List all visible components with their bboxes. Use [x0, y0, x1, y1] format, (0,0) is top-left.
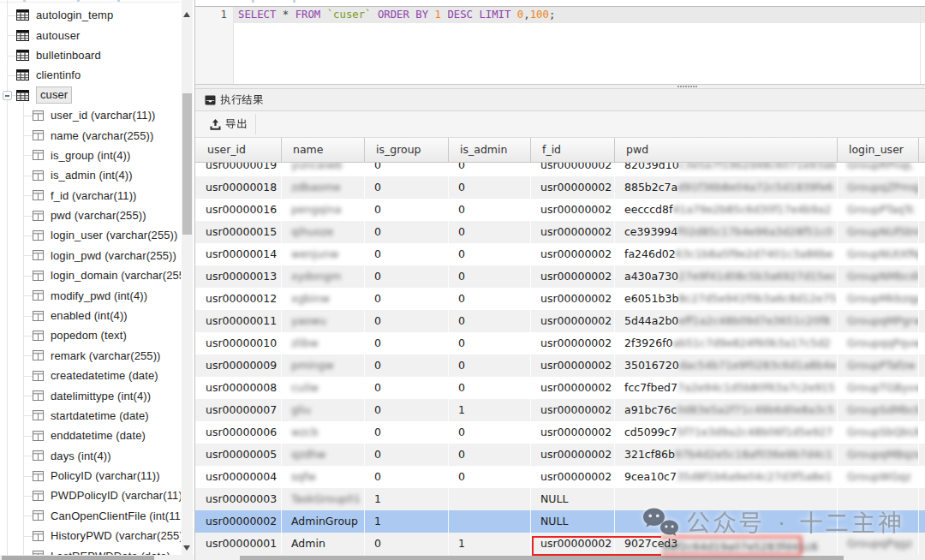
grid-cell[interactable]: eecccd8f41a79e2b85c6d30f17e4b9a2 — [615, 199, 838, 221]
table-row[interactable]: usr00000005qzdhw00usr00000002321cf86b97b… — [195, 444, 925, 466]
grid-cell[interactable]: 321cf86b97b4d2e5c18af036e9b7d4c1 — [615, 444, 838, 466]
table-row[interactable]: usr00000007gliu01usr00000002a91bc76c0d83… — [195, 399, 925, 421]
tree-item-table[interactable]: autologin_temp — [0, 5, 181, 25]
tree-item-column[interactable]: days (int(4)) — [0, 446, 181, 466]
grid-cell[interactable]: ce393994f02d85c17b4e96a3d28f51c0 — [615, 221, 838, 243]
grid-cell[interactable]: 0 — [449, 199, 531, 221]
grid-cell[interactable]: usr00000002 — [531, 199, 615, 221]
collapse-toggle[interactable] — [3, 91, 12, 100]
grid-cell[interactable]: 0 — [365, 176, 449, 199]
sidebar-vscrollbar[interactable] — [182, 0, 193, 555]
tree-item-column[interactable]: createdatetime (date) — [0, 366, 181, 385]
grid-cell[interactable]: usr00000001 — [196, 533, 282, 555]
grid-cell[interactable]: usr00000006 — [196, 421, 282, 444]
grid-cell[interactable]: wenjunw — [282, 243, 365, 265]
grid-header-cell[interactable]: name — [282, 138, 365, 162]
tree-item-column[interactable]: user_id (varchar(11)) — [0, 105, 181, 125]
export-button[interactable] — [210, 118, 247, 130]
grid-cell[interactable] — [838, 488, 919, 510]
grid-cell[interactable]: qzdhw — [282, 444, 365, 466]
grid-cell[interactable]: 2f3926f0ab51c7d9e824f60b3a17c5d2 — [615, 332, 838, 354]
grid-cell[interactable]: 82039d10c3e5a7f19b2d48c6071e93ab — [615, 163, 838, 176]
tree-item-column[interactable]: enddatetime (date) — [0, 426, 181, 445]
grid-cell[interactable]: usr00000007 — [196, 399, 282, 421]
grid-cell[interactable]: gliu — [282, 399, 365, 421]
grid-cell[interactable]: usr00000015 — [196, 221, 282, 243]
grid-cell[interactable]: wzcb — [282, 421, 365, 444]
grid-cell[interactable]: 885b2c7ad91f36b8e04a72c5d1839fe6 — [615, 176, 838, 199]
grid-cell[interactable]: usr00000010 — [196, 332, 282, 354]
grid-cell[interactable] — [615, 510, 838, 533]
grid-cell[interactable]: GroupqMPgrw — [838, 310, 919, 332]
grid-cell[interactable]: GroupTGByvw — [838, 377, 919, 399]
grid-cell[interactable]: 0 — [365, 421, 449, 444]
grid-cell[interactable]: GroupPTafzw — [838, 354, 919, 377]
tree-item-column[interactable]: pwd (varchar(255)) — [0, 206, 181, 225]
grid-cell[interactable]: 0 — [449, 163, 531, 176]
grid-cell[interactable]: usr00000002 — [531, 265, 615, 288]
tree-item-table[interactable]: bulletinboard — [0, 45, 181, 65]
grid-cell[interactable]: AdminGroup — [282, 510, 365, 533]
grid-cell[interactable]: GroupNMbcdQ — [838, 265, 919, 288]
table-row[interactable]: usr00000010zlibw00usr000000022f3926f0ab5… — [195, 332, 925, 354]
grid-cell[interactable]: fa246d0263c1b8a5f9e2d7401c3a86be — [615, 243, 838, 265]
grid-cell[interactable]: 0 — [365, 265, 449, 288]
grid-cell[interactable]: 35016720dac54b71e9f0283c6d1a8b4e — [615, 354, 838, 377]
grid-cell[interactable]: 0 — [449, 288, 531, 310]
tree-item-column[interactable]: f_id (varchar(11)) — [0, 186, 181, 206]
grid-cell[interactable]: usr00000002 — [531, 332, 615, 354]
grid-cell[interactable]: cuilw — [282, 377, 365, 399]
grid-cell[interactable]: usr00000009 — [196, 354, 282, 377]
grid-cell[interactable] — [449, 488, 531, 510]
table-row[interactable]: usr00000018zdbaome00usr00000002885b2c7ad… — [195, 176, 925, 199]
grid-cell[interactable]: TaskGroup01 — [282, 488, 365, 510]
grid-cell[interactable]: GroupWGqz — [838, 466, 919, 488]
grid-cell[interactable]: usr00000002 — [531, 310, 615, 332]
grid-cell[interactable]: usr00000002 — [531, 354, 615, 377]
grid-cell[interactable]: usr00000002 — [531, 444, 615, 466]
tree-item-column[interactable]: CanOpenClientFile (int(11)) — [0, 506, 181, 526]
grid-cell[interactable]: a430a73027e9f41d08c5b3a6927d15ec — [615, 265, 838, 288]
grid-cell[interactable]: usr00000018 — [196, 176, 282, 199]
grid-cell[interactable]: 1 — [365, 510, 449, 533]
table-row[interactable]: usr00000006wzcb00usr00000002cd5099c75f71… — [195, 421, 925, 444]
tree-item-column[interactable]: HistoryPWD (varchar(255)) — [0, 526, 181, 545]
grid-cell[interactable]: usr00000014 — [196, 243, 282, 265]
grid-header-cell[interactable]: f_id — [531, 138, 615, 162]
grid-cell[interactable]: usr00000002 — [531, 288, 615, 310]
grid-cell[interactable]: GroupqPqgz — [838, 533, 919, 555]
grid-cell[interactable]: usr00000005 — [196, 444, 282, 466]
table-row[interactable]: usr00000012xgbinw00usr00000002e6051b3b8c… — [195, 288, 925, 310]
grid-cell[interactable]: 1 — [449, 533, 531, 555]
grid-cell[interactable]: sqfw — [282, 466, 365, 488]
grid-cell[interactable]: cd5099c75f71e3d9a2c48b06f1d5e927 — [615, 421, 838, 444]
tree-item-column[interactable]: enabled (int(4)) — [0, 306, 181, 325]
grid-hscrollbar-thumb[interactable] — [240, 556, 844, 560]
table-row[interactable]: usr00000003TaskGroup011NULL — [195, 488, 925, 510]
table-row[interactable]: usr00000015qihuoze00usr00000002ce393994f… — [195, 221, 925, 243]
grid-cell[interactable]: usr00000002 — [531, 466, 615, 488]
grid-cell[interactable]: 5d44a2b0eff1a2c48b09d7e3651c20f8 — [615, 310, 838, 332]
grid-cell[interactable]: 0 — [449, 310, 531, 332]
table-row[interactable]: usr00000002AdminGroup1NULL — [195, 510, 925, 533]
grid-cell[interactable]: 0 — [365, 199, 449, 221]
grid-cell[interactable]: usr00000002 — [531, 377, 615, 399]
grid-cell[interactable]: 0 — [365, 399, 449, 421]
grid-cell[interactable]: usr00000002 — [531, 163, 615, 176]
grid-cell[interactable]: zlibw — [282, 332, 365, 354]
grid-cell[interactable]: usr00000008 — [196, 377, 282, 399]
grid-cell[interactable]: GroupMkbzqp — [838, 288, 919, 310]
grid-cell[interactable]: 0 — [449, 377, 531, 399]
grid-cell[interactable]: GroupSbQbUb — [838, 421, 919, 444]
scroll-up-arrow[interactable] — [183, 12, 190, 17]
tree-item-column[interactable]: is_group (int(4)) — [0, 146, 181, 165]
grid-cell[interactable] — [838, 510, 919, 533]
tree-item-table[interactable]: clientinfo — [0, 65, 181, 85]
grid-cell[interactable]: e6051b3b8c27d5e941f0b3a6c8d12e75 — [615, 288, 838, 310]
grid-cell[interactable]: 0 — [449, 332, 531, 354]
grid-cell[interactable]: yaowu — [282, 310, 365, 332]
grid-cell[interactable] — [615, 488, 838, 510]
table-row[interactable]: usr00000014wenjunw00usr00000002fa246d026… — [195, 243, 925, 265]
grid-cell[interactable]: GroupPTaqTc — [838, 199, 919, 221]
grid-cell[interactable]: NULL — [531, 488, 615, 510]
